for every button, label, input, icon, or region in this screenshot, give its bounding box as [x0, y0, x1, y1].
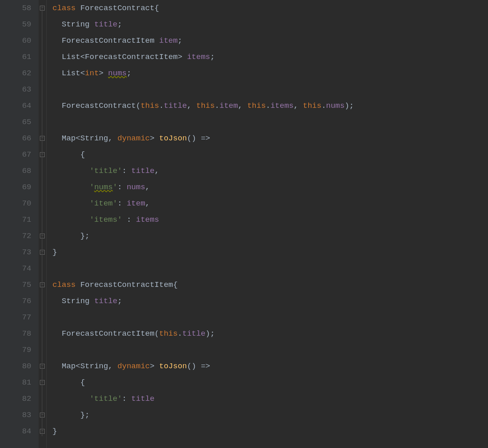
- line-number: 76: [0, 293, 31, 309]
- fold-open-icon[interactable]: −: [40, 282, 45, 287]
- code-token: >: [99, 69, 108, 78]
- line-number: 82: [0, 391, 31, 407]
- code-line[interactable]: 'item': item,: [52, 195, 488, 212]
- line-number: 74: [0, 260, 31, 277]
- code-token: [52, 183, 89, 192]
- code-token: title: [94, 20, 118, 29]
- code-token: nums: [326, 101, 345, 110]
- code-token: title: [182, 329, 205, 338]
- code-line[interactable]: 'title': title,: [52, 163, 488, 179]
- code-token: :: [122, 215, 136, 224]
- line-number: 84: [0, 423, 31, 439]
- code-line[interactable]: [52, 309, 488, 326]
- fold-open-icon[interactable]: −: [40, 152, 45, 157]
- code-token: toJson: [159, 134, 187, 143]
- code-editor[interactable]: 5859606162636465666768697071727374757677…: [0, 0, 488, 448]
- line-number: 69: [0, 179, 31, 195]
- fold-open-icon[interactable]: −: [40, 136, 45, 141]
- code-token: );: [205, 329, 215, 338]
- line-number: 80: [0, 358, 31, 374]
- code-token: dynamic: [118, 134, 150, 143]
- fold-open-icon[interactable]: −: [40, 380, 45, 385]
- code-line[interactable]: Map<String, dynamic> toJson() =>: [52, 358, 488, 374]
- code-token: };: [52, 232, 89, 240]
- code-token: .: [321, 101, 326, 110]
- code-token: .: [215, 101, 219, 110]
- code-token: ,: [108, 362, 118, 371]
- code-token: nums: [126, 183, 145, 192]
- code-token: dynamic: [118, 362, 150, 371]
- line-number: 68: [0, 163, 31, 179]
- code-token: {: [52, 150, 85, 159]
- code-token: [52, 199, 89, 208]
- code-token: [52, 215, 89, 224]
- code-line[interactable]: [52, 260, 488, 277]
- line-number: 58: [0, 0, 31, 16]
- code-token: [52, 394, 89, 403]
- code-token: ForecastContractItem: [85, 52, 178, 61]
- line-number: 65: [0, 114, 31, 130]
- code-line[interactable]: 'items' : items: [52, 212, 488, 228]
- code-token: 'item': [89, 199, 117, 208]
- code-token: <: [76, 362, 80, 371]
- code-token: 'title': [89, 394, 122, 403]
- code-token: ,: [108, 134, 118, 143]
- fold-close-icon[interactable]: −: [40, 234, 45, 238]
- code-token: (: [155, 329, 159, 338]
- code-token: Map: [52, 362, 76, 371]
- code-line[interactable]: 'title': title: [52, 391, 488, 407]
- code-line[interactable]: String title;: [52, 293, 488, 309]
- code-line[interactable]: 'nums': nums,: [52, 179, 488, 195]
- code-line[interactable]: [52, 114, 488, 130]
- line-number: 62: [0, 65, 31, 81]
- line-number: 70: [0, 195, 31, 212]
- code-token: ,: [145, 183, 150, 192]
- code-line[interactable]: class ForecastContract{: [52, 0, 488, 16]
- code-token: List: [52, 52, 80, 61]
- code-token: :: [118, 183, 127, 192]
- code-line[interactable]: {: [52, 146, 488, 163]
- code-line[interactable]: }: [52, 423, 488, 439]
- code-line[interactable]: }: [52, 244, 488, 260]
- code-token: .: [178, 329, 182, 338]
- fold-close-icon[interactable]: −: [40, 413, 45, 417]
- code-token: [52, 166, 89, 175]
- code-token: ,: [238, 101, 247, 110]
- code-token: );: [344, 101, 354, 110]
- code-token: item: [159, 36, 178, 45]
- code-token: >: [150, 134, 159, 143]
- code-line[interactable]: };: [52, 228, 488, 244]
- code-line[interactable]: List<int> nums;: [52, 65, 488, 81]
- fold-column[interactable]: −−−−−−−−−−: [39, 0, 47, 448]
- code-token: ForecastContract: [52, 101, 136, 110]
- code-token: ForecastContractItem: [52, 36, 159, 45]
- code-token: <: [80, 52, 85, 61]
- code-line[interactable]: [52, 81, 488, 98]
- code-line[interactable]: ForecastContract(this.title, this.item, …: [52, 98, 488, 114]
- line-number-gutter: 5859606162636465666768697071727374757677…: [0, 0, 39, 448]
- code-line[interactable]: Map<String, dynamic> toJson() =>: [52, 130, 488, 146]
- code-line[interactable]: ForecastContractItem item;: [52, 33, 488, 49]
- code-token: List: [52, 69, 80, 78]
- line-number: 75: [0, 277, 31, 293]
- code-area[interactable]: class ForecastContract{ String title; Fo…: [47, 0, 488, 448]
- code-token: ,: [187, 101, 196, 110]
- code-line[interactable]: };: [52, 407, 488, 423]
- code-token: <: [80, 69, 85, 78]
- code-token: items: [136, 215, 159, 224]
- fold-close-icon[interactable]: −: [40, 429, 45, 434]
- code-line[interactable]: {: [52, 374, 488, 391]
- code-line[interactable]: class ForecastContractItem{: [52, 277, 488, 293]
- code-token: :: [122, 166, 131, 175]
- code-token: toJson: [159, 362, 187, 371]
- fold-close-icon[interactable]: −: [40, 250, 45, 255]
- code-token: class: [52, 280, 80, 289]
- code-token: ,: [155, 166, 159, 175]
- code-line[interactable]: ForecastContractItem(this.title);: [52, 326, 488, 342]
- code-token: >: [150, 362, 159, 371]
- fold-open-icon[interactable]: −: [40, 364, 45, 369]
- code-line[interactable]: List<ForecastContractItem> items;: [52, 49, 488, 65]
- code-line[interactable]: [52, 342, 488, 358]
- code-line[interactable]: String title;: [52, 16, 488, 33]
- fold-open-icon[interactable]: −: [40, 6, 45, 11]
